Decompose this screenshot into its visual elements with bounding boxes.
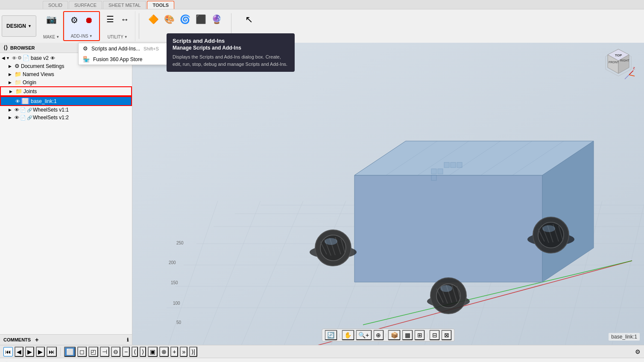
eye-root-icon[interactable]: 👁 [12, 56, 17, 61]
inspect-section-btn[interactable]: ⬛ [193, 13, 208, 26]
eye-base-icon[interactable]: 👁 [15, 99, 20, 104]
status-bar: 🔒 TEXT COMMANDS [0, 358, 644, 362]
comments-plus-btn[interactable]: + [35, 336, 38, 343]
eye-ws1-icon[interactable]: 👁 [15, 107, 19, 112]
frame-play-btn[interactable]: ▶ [25, 347, 34, 357]
tree-label-doc: Document Settings [21, 63, 64, 69]
inspect-sphere-btn[interactable]: 🔮 [209, 13, 224, 26]
tree-arrow-root: ▼ [6, 56, 12, 60]
addins-label[interactable]: ADD-INS ▼ [71, 34, 93, 38]
tree-arrow-ws2: ▶ [9, 115, 15, 120]
make-arrow-icon: ▼ [56, 35, 59, 39]
utility-menu-btn[interactable]: ☰ [103, 13, 117, 26]
tab-solid[interactable]: SOLID [43, 1, 68, 9]
vp-zoom-in-btn[interactable]: 🔍+ [356, 330, 372, 340]
frame-last-btn[interactable]: ⏭ [47, 347, 57, 357]
tree-arrow-ws1: ▶ [9, 108, 15, 112]
vp-zoom-out-btn[interactable]: ⊕ [373, 330, 383, 340]
vp-rotate-btn[interactable]: 🔄 [325, 330, 337, 340]
anim-split-btn[interactable]: ⊣ [100, 347, 109, 357]
vp-grid3-btn[interactable]: ⊠ [442, 330, 452, 340]
anim-plus-btn[interactable]: + [170, 347, 178, 357]
viewport[interactable]: 250 200 150 100 50 300 250 200 150 100 5… [132, 43, 644, 345]
camera-icon: 📷 [46, 14, 57, 24]
anim-keyframe-btn[interactable]: ⬜ [64, 347, 76, 357]
inspect-shape-btn[interactable]: 🔶 [146, 13, 161, 26]
sidebar-tree: ◀ ▼ 👁 ⚙ 📄 base v2 👁 ▶ ⚙ Document Setting… [0, 53, 132, 334]
main-area: ⟨⟩ BROWSER ◀ ▼ 👁 ⚙ 📄 base v2 👁 ▶ ⚙ Docum… [0, 43, 644, 345]
frame-first-btn[interactable]: ⏮ [3, 347, 13, 356]
svg-text:FRONT: FRONT [609, 61, 619, 64]
anim-chevron-btn[interactable]: » [180, 347, 187, 357]
tree-label-ws2: WheelSets v1:2 [33, 115, 69, 121]
dropdown-item-scripts[interactable]: ⚙ Scripts and Add-Ins... Shift+S ⋮ [79, 43, 174, 54]
inspect-color-btn[interactable]: 🎨 [162, 13, 177, 26]
anim-next-key-btn[interactable]: ⟩ [140, 347, 146, 357]
anim-delete-btn[interactable]: ⊗ [159, 347, 169, 357]
frame-prev-btn[interactable]: ◀ [15, 347, 23, 357]
cursor-icon: ↖ [245, 14, 253, 25]
toolbar-group-utility: ☰ ↔ UTILITY ▼ [100, 11, 135, 41]
tree-item-wheelsets2[interactable]: ▶ 👁 📄 🔗 WheelSets v1:2 [0, 114, 132, 121]
tab-surface[interactable]: SURFACE [69, 1, 102, 9]
anim-capture-btn[interactable]: ◰ [88, 347, 98, 357]
tree-item-wheelsets1[interactable]: ▶ 👁 📄 🔗 WheelSets v1:1 [0, 106, 132, 114]
menu-icon: ☰ [106, 14, 114, 24]
gear-root-icon[interactable]: ⚙ [18, 55, 22, 61]
gear-doc-icon: ⚙ [15, 63, 20, 69]
collapse-icon[interactable]: ⟨⟩ [3, 44, 8, 51]
frame-next-btn[interactable]: ▶ [36, 347, 45, 357]
tree-item-origin[interactable]: ▶ 📁 Origin [0, 78, 132, 86]
anim-prev-key-btn[interactable]: ⟨ [132, 347, 138, 357]
anim-crop-btn[interactable]: ▣ [148, 347, 158, 357]
addins-record-btn[interactable]: ⏺ [82, 14, 96, 26]
svg-line-85 [629, 75, 635, 76]
tree-arrow-joints: ▶ [9, 89, 15, 94]
vp-grid2-btn[interactable]: ⊟ [430, 330, 440, 340]
svg-point-39 [325, 238, 337, 245]
dropdown-item-appstore[interactable]: 🏪 Fusion 360 App Store [79, 54, 174, 65]
vp-grid-btn[interactable]: ⊞ [415, 330, 425, 340]
grid-svg: 250 200 150 100 50 300 250 200 150 100 5… [132, 43, 644, 345]
appstore-label: Fusion 360 App Store [93, 56, 142, 62]
tree-collapse-all-icon[interactable]: ◀ [2, 56, 5, 60]
anim-end-btn[interactable]: ⟩| [189, 347, 197, 357]
tree-label-ws1: WheelSets v1:1 [33, 107, 69, 113]
make-label[interactable]: MAKE ▼ [43, 35, 59, 39]
make-photo-btn[interactable]: 📷 [44, 13, 59, 26]
tree-item-joints[interactable]: ▶ 📁 Joints [0, 86, 132, 96]
eye-ws2-icon[interactable]: 👁 [15, 115, 19, 120]
inspect-zebra-btn[interactable]: 🌀 [178, 13, 193, 26]
scripts-icon: ⚙ [70, 15, 78, 25]
svg-line-86 [625, 75, 629, 79]
anim-minus-btn[interactable]: ⊖ [111, 347, 120, 357]
svg-text:RIGHT: RIGHT [620, 59, 630, 62]
appstore-icon: 🏪 [83, 56, 90, 62]
cube-indicator[interactable]: TOP FRONT RIGHT Z [601, 47, 635, 81]
design-button[interactable]: DESIGN ▼ [2, 15, 36, 37]
utility-measure-btn[interactable]: ↔ [118, 13, 132, 26]
svg-text:Z: Z [633, 66, 635, 70]
tree-item-base-link[interactable]: 👁 ⬜ base_link:1 [0, 96, 132, 106]
toolbar-row: DESIGN ▼ 📷 MAKE ▼ ⚙ ⏺ [0, 9, 644, 43]
toolbar-group-addins: ⚙ ⏺ ADD-INS ▼ [63, 11, 100, 41]
record-icon: ⏺ [85, 15, 93, 25]
svg-marker-22 [354, 175, 542, 282]
tab-sheet-metal[interactable]: SHEET METAL [103, 1, 146, 9]
top-section: SOLID SURFACE SHEET METAL TOOLS DESIGN ▼… [0, 0, 644, 43]
select-cursor-btn[interactable]: ↖ [242, 13, 256, 26]
tree-label-base: base_link:1 [31, 98, 57, 104]
eye-root2-icon[interactable]: 👁 [50, 56, 55, 61]
svg-point-57 [440, 285, 452, 292]
anim-minus2-btn[interactable]: − [122, 347, 130, 357]
doc-ws2-icon: 📄 [20, 115, 26, 121]
vp-view-btn[interactable]: 📦 [388, 330, 401, 340]
anim-ghost-btn[interactable]: ◻ [77, 347, 87, 357]
bar-gear-btn[interactable]: ⚙ [635, 348, 641, 355]
tree-item-named-views[interactable]: ▶ 📁 Named Views [0, 70, 132, 78]
tab-tools[interactable]: TOOLS [147, 1, 174, 9]
vp-pan-btn[interactable]: ✋ [342, 330, 354, 340]
vp-display-btn[interactable]: ▦ [402, 330, 413, 340]
utility-label[interactable]: UTILITY ▼ [108, 35, 128, 39]
addins-scripts-btn[interactable]: ⚙ [67, 14, 81, 26]
